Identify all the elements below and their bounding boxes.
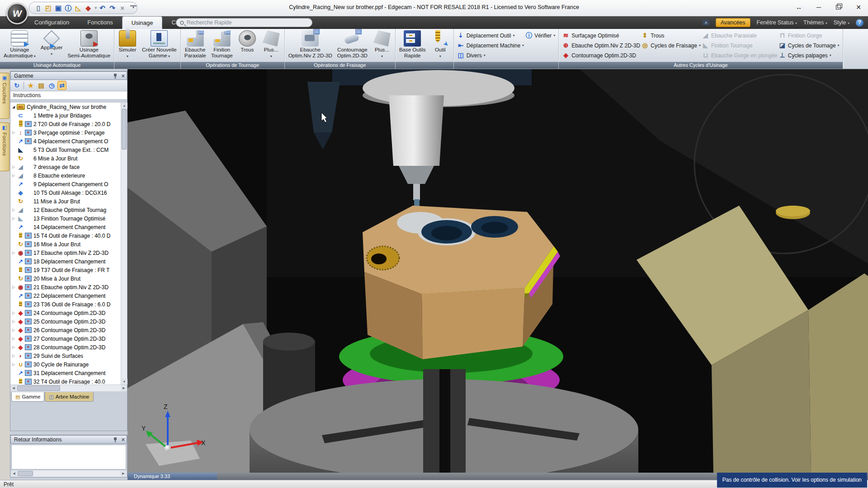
tab-usinage[interactable]: Usinage <box>122 16 163 29</box>
gamme-item-20[interactable]: ↻×20 Mise à Jour Brut <box>10 274 127 283</box>
expand-icon[interactable]: ▷ <box>10 311 17 315</box>
expand-icon[interactable]: ▷ <box>10 285 17 289</box>
expand-icon[interactable]: ▷ <box>10 354 17 358</box>
scroll-left-icon[interactable]: ◀ <box>11 470 17 477</box>
gamme-item-18[interactable]: ↗×18 Déplacement Changement <box>10 257 127 266</box>
about-icon[interactable]: ⓘ <box>64 4 73 13</box>
side-tab-fonctions[interactable]: ◧Fonctions <box>0 122 9 171</box>
retour-horizontal-scrollbar[interactable]: ◀ ▶ <box>11 470 127 477</box>
scroll-up-icon[interactable]: ▲ <box>121 103 127 108</box>
tab-fonctions[interactable]: Fonctions <box>78 16 122 29</box>
gamme-item-28[interactable]: ▷◈×28 Contournage Optim.2D-3D <box>10 343 127 352</box>
gamme-item-31[interactable]: ↗×31 Déplacement Changement <box>10 369 127 377</box>
redo-icon[interactable]: ↷ <box>108 4 117 13</box>
help-icon[interactable]: ? <box>856 19 863 27</box>
ribbon-button-plus[interactable]: Plus...▾ <box>370 29 394 62</box>
ribbon-button-plus[interactable]: Plus...▾ <box>259 29 283 62</box>
gamme-item-10[interactable]: ◆10 T5 Outil Alésage : DCGX16 <box>10 188 127 197</box>
expand-icon[interactable]: ▷ <box>10 174 17 178</box>
expand-icon[interactable]: ▷ <box>10 131 17 135</box>
scroll-right-icon[interactable]: ▶ <box>121 385 127 391</box>
gamme-item-21[interactable]: ▷◉×21 Ebauche optim.Niv Z 2D-3D <box>10 283 127 291</box>
scrollbar-thumb[interactable] <box>18 471 33 476</box>
ribbon-button-finition-tournage[interactable]: FinitionTournage <box>209 29 235 62</box>
expand-icon[interactable]: ▷ <box>10 208 17 212</box>
ribbon-item-divers[interactable]: ◫Divers▾ <box>457 51 524 60</box>
favorites-icon[interactable]: ★ <box>26 81 35 90</box>
gamme-item-5[interactable]: ◣5 T3 Outil Tournage Ext. : CCM <box>10 145 127 154</box>
expand-icon[interactable]: ▷ <box>10 345 17 349</box>
gamme-item-9[interactable]: ↗9 Déplacement Changement O <box>10 180 127 188</box>
gamme-item-15[interactable]: ×15 T4 Outil de Fraisage : 40.0 D <box>10 231 127 240</box>
ribbon-button-simuler[interactable]: Simuler▾ <box>116 29 139 62</box>
gamme-item-2[interactable]: ×2 T20 Outil de Fraisage : 20.0 D <box>10 120 127 128</box>
ribbon-item-cycles-de-fraisage[interactable]: ◎Cycles de Fraisage▾ <box>641 41 701 50</box>
open-icon[interactable]: ◰ <box>44 4 53 13</box>
close-button[interactable]: ✕ <box>852 2 865 13</box>
edgecam-logo[interactable]: W <box>6 3 28 24</box>
quick-search-input[interactable]: Recherche Rapide <box>176 18 312 27</box>
ribbon-item-ebauche-optim-niv-z-2d-3d[interactable]: ⊕Ebauche Optim.Niv Z 2D-3D <box>562 41 640 50</box>
pin-icon[interactable] <box>113 73 118 79</box>
tree-horizontal-scrollbar[interactable]: ◀ ▶ <box>10 385 127 391</box>
minimize-button[interactable]: ─ <box>812 2 826 13</box>
delete-icon[interactable]: × <box>118 4 127 13</box>
ribbon-item-trous[interactable]: ⇕Trous <box>641 31 701 40</box>
ribbon-item-deplacement-outil[interactable]: ⇣Déplacement Outil▾ <box>457 31 524 40</box>
expand-icon[interactable]: ▷ <box>10 165 17 169</box>
gamme-item-12[interactable]: ▷◢12 Ebauche Optimisé Tournag <box>10 206 127 214</box>
scroll-right-icon[interactable]: ▶ <box>120 470 127 477</box>
gamme-item-1[interactable]: ⊂1 Mettre à jour Bridages <box>10 111 127 120</box>
side-tab-couches[interactable]: ▣Couches <box>0 73 9 119</box>
history-icon[interactable]: ◷ <box>47 81 56 90</box>
expand-icon[interactable]: ▷ <box>10 216 17 221</box>
ribbon-button-ebauche-optim-niv-z-2d-3d[interactable]: EbaucheOptim.Niv Z 2D-3D <box>286 29 335 62</box>
ribbon-button-ebauche-paraxiale[interactable]: EbaucheParaxiale <box>182 29 208 62</box>
scrollbar-thumb[interactable] <box>122 109 127 150</box>
erase-icon[interactable]: ◆ <box>84 4 93 13</box>
pin-icon[interactable] <box>113 437 118 442</box>
qat-overflow-icon[interactable]: ▾ <box>130 5 137 11</box>
ribbon-button-trous[interactable]: Trous <box>236 29 259 62</box>
advanced-toggle[interactable]: Avancées <box>716 18 750 27</box>
gamme-item-19[interactable]: ×19 T37 Outil de Fraisage : FR T <box>10 266 127 274</box>
ribbon-item-contournage-optim-2d-3d[interactable]: ◈Contournage Optim.2D-3D <box>562 51 640 60</box>
tree-vertical-scrollbar[interactable]: ▲ ▼ <box>121 103 127 385</box>
save-icon[interactable]: ▣ <box>54 4 63 13</box>
gamme-item-27[interactable]: ▷◈×27 Contournage Optim.2D-3D <box>10 334 127 343</box>
expand-icon[interactable]: ▷ <box>10 362 17 366</box>
gamme-item-30[interactable]: ▷∪×30 Cycle de Rainurage <box>10 360 127 369</box>
tab-configuration[interactable]: Configuration <box>25 16 78 29</box>
gamme-item-16[interactable]: ↻×16 Mise à Jour Brut <box>10 240 127 249</box>
refresh-icon[interactable]: ↻ <box>12 81 21 90</box>
expand-icon[interactable]: ▷ <box>10 319 17 324</box>
gamme-item-4[interactable]: ↗×4 Déplacement Changement O <box>10 137 127 145</box>
menu-fenetre-status[interactable]: Fenêtre Status ▾ <box>757 19 797 26</box>
ribbon-button-outil[interactable]: Outil▾ <box>429 29 452 62</box>
ribbon-button-appliquer[interactable]: Appliquer▾ <box>38 29 65 62</box>
ribbon-item-cycles-de-tournage[interactable]: ◪Cycles de Tournage▾ <box>778 41 840 50</box>
ribbon-button-usinage-automatique[interactable]: UsinageAutomatique ▾ <box>1 29 38 62</box>
undo-icon[interactable]: ↶ <box>98 4 107 13</box>
gamme-item-32[interactable]: ×32 T4 Outil de Fraisage : 40.0 <box>10 377 127 385</box>
menu-themes[interactable]: Thèmes ▾ <box>803 19 827 26</box>
expand-icon[interactable]: ◢ <box>10 105 17 109</box>
gamme-item-24[interactable]: ▷◈×24 Contournage Optim.2D-3D <box>10 309 127 317</box>
instruction-tree[interactable]: ◢NCCylindre_Racing_New sur brothe⊂1 Mett… <box>10 103 127 385</box>
gamme-item-26[interactable]: ▷◈×26 Contournage Optim.2D-3D <box>10 326 127 334</box>
gamme-item-22[interactable]: ↗×22 Déplacement Changement <box>10 291 127 300</box>
expand-icon[interactable]: ▷ <box>10 328 17 332</box>
gamme-item-14[interactable]: ↗14 Déplacement Changement <box>10 223 127 231</box>
ribbon-item-deplacement-machine[interactable]: ⇤Déplacement Machine▾ <box>457 41 524 50</box>
close-icon[interactable]: ✕ <box>121 73 125 79</box>
dropdown-icon[interactable]: ▾ <box>94 5 97 11</box>
ribbon-button-creer-nouvelle-gamme[interactable]: Créer NouvelleGamme ▾ <box>140 29 179 62</box>
measure-icon[interactable]: ◺ <box>74 4 83 13</box>
gamme-item-6[interactable]: ↻6 Mise à Jour Brut <box>10 154 127 163</box>
gamme-item-25[interactable]: ▷◈×25 Contournage Optim.2D-3D <box>10 317 127 326</box>
panel-tab-gamme[interactable]: ▤Gamme <box>11 392 44 402</box>
sync-icon[interactable]: ⇄ <box>57 81 66 90</box>
ribbon-button-contournage-optim-2d-3d[interactable]: ContournageOptim.2D-3D <box>335 29 370 62</box>
sequence-icon[interactable]: ▤ <box>37 81 46 90</box>
expand-icon[interactable]: ▷ <box>10 251 17 255</box>
